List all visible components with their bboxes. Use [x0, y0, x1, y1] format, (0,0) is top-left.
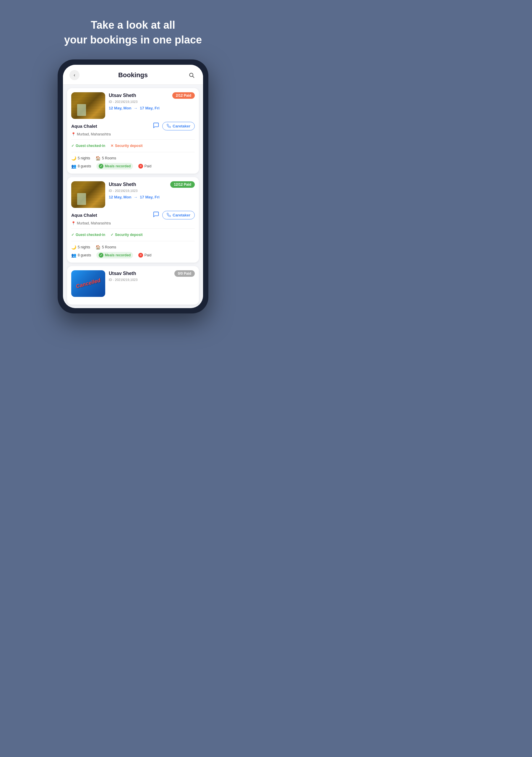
- details-row-2b: 👥 8 guests ✓ Meals recorded ✕ Paid: [71, 251, 195, 259]
- paid-x-circle-1: ✕: [138, 164, 143, 168]
- guest-checkin-status-2: ✓ Guest checked-in: [71, 233, 105, 237]
- cancelled-label: Cancelled: [75, 277, 102, 290]
- status-row-1: ✓ Guest checked-in ✕ Security deposit: [71, 142, 195, 150]
- property-name-row-2: Aqua Chalet: [71, 211, 195, 219]
- nights-icon-2: 🌙: [71, 245, 76, 250]
- card-actions-1: Caretaker: [153, 122, 195, 131]
- booking-id-1: ID - 20219219,1023: [109, 100, 195, 104]
- divider-1b: [71, 152, 195, 152]
- date-arrow-2: →: [133, 195, 137, 199]
- paid-badge-3: 0/0 Paid: [174, 270, 195, 277]
- app-header: ‹ Bookings: [63, 65, 203, 85]
- date-from-1: 12 May, Mon: [109, 106, 131, 110]
- property-name-row-1: Aqua Chalet: [71, 122, 195, 131]
- location-row-2: 📍 Murbad, Maharashtra: [71, 221, 195, 225]
- guests-text-2: 8 guests: [78, 253, 91, 257]
- chat-button-1[interactable]: [153, 122, 159, 130]
- details-row-1b: 👥 8 guests ✓ Meals recorded ✕ Paid: [71, 162, 195, 170]
- card-top-3: Cancelled Utsav Sheth 0/0 Paid ID - 2021…: [67, 266, 199, 297]
- security-cross-icon-1: ✕: [110, 144, 113, 148]
- date-to-2: 17 May, Fri: [140, 195, 159, 199]
- rooms-icon-1: 🏠: [96, 156, 101, 161]
- details-row-1: 🌙 5 nights 🏠 5 Rooms: [71, 155, 195, 162]
- security-label-1: Security deposit: [115, 144, 142, 148]
- nights-text-2: 5 nights: [78, 245, 90, 249]
- checkin-check-icon-2: ✓: [71, 233, 74, 237]
- security-deposit-status-2: ✓ Security deposit: [110, 233, 142, 237]
- details-row-2: 🌙 5 nights 🏠 5 Rooms: [71, 244, 195, 251]
- booking-card-1: Utsav Sheth 2/12 Paid ID - 20219219,1023…: [67, 88, 199, 173]
- back-button[interactable]: ‹: [70, 70, 79, 80]
- date-to-1: 17 May, Fri: [140, 106, 159, 110]
- security-deposit-status-1: ✕ Security deposit: [110, 144, 142, 148]
- paid-badge-1: 2/12 Paid: [172, 92, 195, 99]
- phone-screen: ‹ Bookings Utsav: [63, 65, 203, 308]
- bookings-list: Utsav Sheth 2/12 Paid ID - 20219219,1023…: [63, 85, 203, 308]
- booking-id-3: ID - 20219219,1023: [109, 278, 195, 282]
- guest-row-3: Utsav Sheth 0/0 Paid: [109, 270, 195, 277]
- guest-name-2: Utsav Sheth: [109, 182, 136, 187]
- property-image-3: Cancelled: [71, 270, 105, 297]
- booking-card-2: Utsav Sheth 12/12 Paid ID - 20219219,102…: [67, 177, 199, 262]
- nights-text-1: 5 nights: [78, 156, 90, 160]
- cancelled-overlay: Cancelled: [71, 270, 105, 297]
- caretaker-button-1[interactable]: Caretaker: [162, 122, 195, 131]
- guests-icon-1: 👥: [71, 164, 76, 168]
- svg-line-1: [193, 76, 194, 78]
- paid-x-circle-2: ✕: [138, 253, 143, 257]
- rooms-detail-1: 🏠 5 Rooms: [96, 156, 116, 161]
- paid-label-1: Paid: [144, 164, 151, 168]
- paid-badge-2: 12/12 Paid: [170, 181, 195, 188]
- nights-detail-1: 🌙 5 nights: [71, 156, 90, 161]
- card-top-2: Utsav Sheth 12/12 Paid ID - 20219219,102…: [67, 177, 199, 208]
- nights-detail-2: 🌙 5 nights: [71, 245, 90, 250]
- meals-badge-2: ✓ Meals recorded: [96, 252, 133, 258]
- property-image-1: [71, 92, 105, 119]
- location-row-1: 📍 Murbad, Maharashtra: [71, 132, 195, 136]
- caretaker-label-2: Caretaker: [173, 213, 190, 217]
- card-body-1: Aqua Chalet: [67, 119, 199, 173]
- guests-detail-1: 👥 8 guests: [71, 164, 91, 168]
- card-body-2: Aqua Chalet: [67, 208, 199, 262]
- status-row-2: ✓ Guest checked-in ✓ Security deposit: [71, 231, 195, 239]
- meals-badge-1: ✓ Meals recorded: [96, 163, 133, 169]
- divider-2b: [71, 241, 195, 241]
- date-row-1: 12 May, Mon → 17 May, Fri: [109, 106, 195, 110]
- divider-2a: [71, 228, 195, 228]
- guests-text-1: 8 guests: [78, 164, 91, 168]
- card-info-2: Utsav Sheth 12/12 Paid ID - 20219219,102…: [109, 181, 195, 199]
- rooms-icon-2: 🏠: [96, 245, 101, 250]
- caretaker-button-2[interactable]: Caretaker: [162, 211, 195, 219]
- card-info-3: Utsav Sheth 0/0 Paid ID - 20219219,1023: [109, 270, 195, 284]
- guest-row-1: Utsav Sheth 2/12 Paid: [109, 92, 195, 99]
- rooms-detail-2: 🏠 5 Rooms: [96, 245, 116, 250]
- booking-card-3: Cancelled Utsav Sheth 0/0 Paid ID - 2021…: [67, 266, 199, 305]
- location-pin-1: 📍: [71, 132, 76, 136]
- card-actions-2: Caretaker: [153, 211, 195, 219]
- security-label-2: Security deposit: [115, 233, 142, 237]
- chat-button-2[interactable]: [153, 211, 159, 219]
- search-button[interactable]: [187, 70, 196, 80]
- screen-content: ‹ Bookings Utsav: [63, 65, 203, 308]
- nights-icon-1: 🌙: [71, 156, 76, 161]
- guest-checkin-status-1: ✓ Guest checked-in: [71, 144, 105, 148]
- caretaker-label-1: Caretaker: [173, 124, 190, 128]
- security-check-icon-2: ✓: [110, 233, 113, 237]
- checkin-check-icon-1: ✓: [71, 144, 74, 148]
- date-row-2: 12 May, Mon → 17 May, Fri: [109, 195, 195, 199]
- meals-label-2: Meals recorded: [104, 253, 131, 257]
- guests-detail-2: 👥 8 guests: [71, 253, 91, 257]
- checkin-label-1: Guest checked-in: [76, 144, 105, 148]
- paid-x-badge-1: ✕ Paid: [138, 164, 151, 168]
- hero-title: Take a look at all your bookings in one …: [64, 18, 202, 47]
- guests-icon-2: 👥: [71, 253, 76, 257]
- location-text-2: Murbad, Maharashtra: [77, 221, 111, 225]
- property-image-2: [71, 181, 105, 208]
- rooms-text-1: 5 Rooms: [102, 156, 116, 160]
- meals-label-1: Meals recorded: [104, 164, 131, 168]
- guest-name-3: Utsav Sheth: [109, 271, 136, 276]
- guest-row-2: Utsav Sheth 12/12 Paid: [109, 181, 195, 188]
- phone-frame: ‹ Bookings Utsav: [58, 59, 208, 314]
- booking-id-2: ID - 20219219,1023: [109, 189, 195, 193]
- property-name-2: Aqua Chalet: [71, 213, 97, 218]
